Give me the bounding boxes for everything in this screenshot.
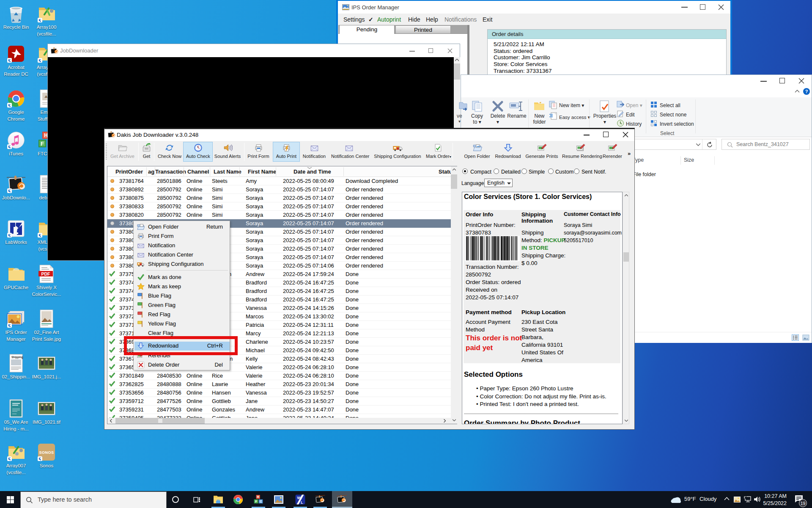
- svg-text:F: F: [255, 500, 257, 503]
- svg-text:W: W: [297, 495, 302, 500]
- svg-text:C: C: [260, 500, 262, 503]
- svg-text:F: F: [41, 141, 44, 147]
- svg-text:H: H: [257, 495, 259, 498]
- svg-text:L: L: [301, 500, 303, 505]
- svg-text:PDF: PDF: [41, 271, 51, 276]
- svg-text:Shipping: Shipping: [11, 356, 23, 359]
- svg-text:SONOS: SONOS: [39, 450, 54, 455]
